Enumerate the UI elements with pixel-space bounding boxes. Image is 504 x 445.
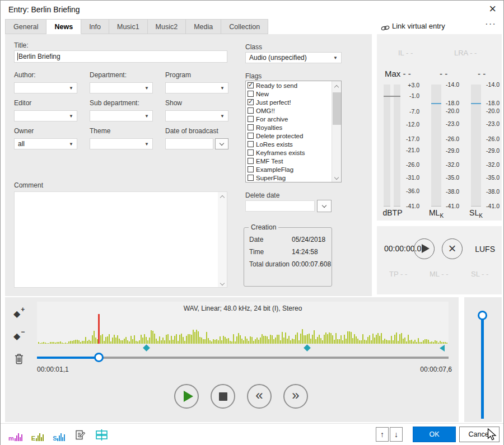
checkbox[interactable]	[248, 141, 254, 147]
chevron-down-icon	[322, 203, 326, 207]
flag-item-lores-exists[interactable]: LoRes exists	[246, 140, 332, 148]
multitrack-view-button[interactable]	[95, 429, 109, 441]
tab-news[interactable]: News	[46, 19, 81, 34]
tab-music1[interactable]: Music1	[109, 19, 148, 34]
checkbox-checked[interactable]: ✓	[248, 82, 254, 88]
flag-item-exampleflag[interactable]: ExampleFlag	[246, 165, 332, 174]
checkbox-checked[interactable]: ✓	[248, 99, 254, 105]
flag-item-keyframes-exists[interactable]: Keyframes exists	[246, 148, 332, 157]
clip-marker-icon[interactable]	[143, 344, 150, 352]
momentary-loudness-stat: ML - -	[430, 270, 448, 278]
tab-general[interactable]: General	[5, 19, 46, 34]
clip-marker-icon[interactable]	[304, 344, 311, 352]
slider-thumb[interactable]	[94, 353, 104, 362]
loudness-meter-panel: IL - - LRA - - Max - - - - - - +3.0-1.0-…	[377, 34, 502, 221]
flag-item-delete-protected[interactable]: Delete protected	[246, 132, 332, 140]
checkbox[interactable]	[248, 166, 254, 172]
checkbox[interactable]	[248, 158, 254, 164]
date-input[interactable]	[165, 138, 213, 149]
delete-date-row	[245, 200, 332, 212]
next-entry-button[interactable]: ↓	[390, 427, 403, 442]
flag-item-new[interactable]: New	[246, 90, 332, 98]
combo-editor[interactable]: ▼	[14, 110, 77, 121]
tab-collection[interactable]: Collection	[221, 19, 268, 34]
flag-label: Royalties	[256, 124, 282, 131]
combo-author[interactable]: ▼	[14, 82, 77, 93]
combo-department[interactable]: ▼	[90, 82, 153, 93]
player-strip: ◆+ ◆− WAV, Linear; 48.0 kHz, 24 bit (I),…	[5, 297, 459, 422]
tab-music2[interactable]: Music2	[148, 19, 186, 34]
delete-date-input[interactable]	[245, 200, 315, 212]
field-label: Theme	[90, 127, 153, 135]
combo-program[interactable]: ▼	[165, 82, 228, 93]
delete-markers-button[interactable]	[13, 352, 25, 367]
ok-button[interactable]: OK	[413, 427, 456, 442]
volume-slider-thumb[interactable]	[478, 311, 487, 320]
stop-button[interactable]	[211, 384, 235, 409]
close-icon[interactable]: ×	[489, 2, 496, 16]
playhead[interactable]	[98, 314, 100, 344]
combo-theme[interactable]: ▼	[90, 138, 153, 149]
flag-item-for-archive[interactable]: For archive	[246, 115, 332, 123]
forward-button[interactable]: »	[283, 384, 308, 409]
delete-date-label: Delete date	[245, 191, 279, 199]
add-marker-button[interactable]: ◆+	[13, 308, 20, 319]
scroll-down-icon[interactable]	[220, 281, 225, 285]
remove-marker-button[interactable]: ◆−	[13, 331, 20, 341]
checkbox[interactable]	[248, 175, 254, 181]
more-options-icon[interactable]: ···	[485, 18, 496, 30]
flags-scrollbar[interactable]	[332, 81, 341, 182]
waveform-display[interactable]: WAV, Linear; 48.0 kHz, 24 bit (I), Stere…	[37, 302, 449, 344]
date-dropdown-button[interactable]	[215, 138, 228, 149]
checkbox[interactable]	[248, 91, 254, 97]
waveform-view-icon-S[interactable]: S	[53, 433, 65, 441]
checkbox[interactable]	[248, 116, 254, 122]
flag-item-just-perfect[interactable]: ✓Just perfect!	[246, 98, 332, 106]
comment-scrollbar[interactable]	[218, 192, 227, 287]
cancel-button[interactable]: Cancel	[459, 427, 500, 442]
waveform-view-icon-E[interactable]: E	[31, 433, 44, 441]
scroll-up-icon[interactable]	[334, 85, 339, 90]
flag-item-ready-to-send[interactable]: ✓Ready to send	[246, 81, 332, 90]
meter-marker-line	[431, 103, 441, 104]
flag-item-omg[interactable]: OMG!!	[246, 106, 332, 115]
checkbox[interactable]	[248, 124, 254, 130]
creation-row-value: 14:24:58	[292, 248, 318, 256]
scroll-up-icon[interactable]	[220, 195, 225, 200]
checkbox[interactable]	[248, 133, 254, 139]
forward-icon: »	[284, 387, 307, 403]
field-label: Author:	[14, 71, 77, 79]
checkbox[interactable]	[248, 149, 254, 156]
combo-sub-department[interactable]: ▼	[90, 110, 153, 121]
class-combo[interactable]: Audio (unspecified) ▼	[245, 52, 342, 63]
scrollbar-thumb[interactable]	[333, 92, 341, 125]
link-virtual-entry-title[interactable]: Link virtual entry	[392, 22, 445, 30]
flag-item-emf-test[interactable]: EMF Test	[246, 157, 332, 165]
combo-owner[interactable]: all▼	[14, 138, 77, 149]
scroll-down-icon[interactable]	[334, 175, 339, 180]
previous-entry-button[interactable]: ↑	[376, 427, 389, 442]
field-program: Program▼	[165, 71, 228, 93]
meter-tick: -23.0	[433, 120, 459, 127]
rewind-button[interactable]: «	[247, 384, 272, 409]
seek-slider[interactable]	[37, 353, 449, 363]
waveform-view-icon-m[interactable]: m	[8, 433, 22, 441]
end-marker-icon[interactable]	[440, 345, 445, 352]
flag-item-royalties[interactable]: Royalties	[246, 123, 332, 132]
play-button[interactable]	[174, 384, 199, 409]
title-input[interactable]: Berlin Briefing	[14, 50, 227, 63]
edit-metadata-button[interactable]	[74, 429, 86, 441]
volume-slider-track[interactable]	[481, 320, 484, 419]
tab-info[interactable]: Info	[81, 19, 109, 34]
combo-show[interactable]: ▼	[165, 110, 228, 121]
comment-textarea[interactable]	[14, 191, 227, 288]
field-sub-department: Sub department:▼	[90, 99, 153, 121]
lufs-play-button[interactable]	[414, 238, 435, 259]
tab-media[interactable]: Media	[186, 19, 221, 34]
flag-item-superflag[interactable]: SuperFlag	[246, 174, 332, 182]
meter-tick: -29.0	[433, 147, 459, 154]
checkbox[interactable]	[248, 107, 254, 114]
integrated-loudness-stat: IL - -	[398, 49, 413, 57]
delete-date-dropdown-button[interactable]	[317, 200, 332, 212]
lufs-cancel-button[interactable]: ×	[442, 238, 463, 259]
